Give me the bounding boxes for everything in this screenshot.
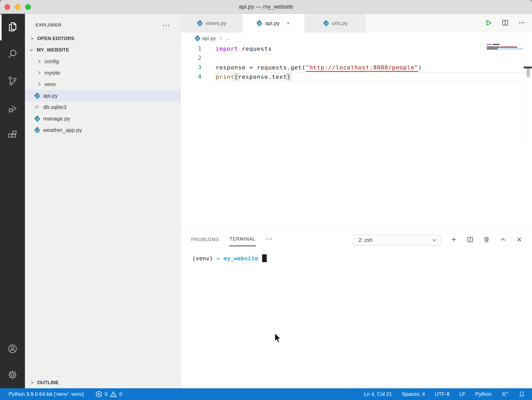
breadcrumb[interactable]: api.py … — [181, 33, 532, 44]
code-line-2: 2 — [181, 53, 532, 63]
close-panel-button[interactable] — [515, 236, 523, 244]
activity-run-and-debug[interactable] — [0, 95, 25, 122]
folder-venv[interactable]: venv — [25, 79, 181, 90]
activity-bar-bottom — [0, 336, 25, 388]
search-icon — [7, 48, 18, 60]
tab-views-py[interactable]: views.py — [181, 14, 243, 33]
file-weather-app-py[interactable]: weather_app.py — [25, 124, 181, 136]
chevron-down-icon — [432, 237, 437, 243]
feedback-icon[interactable] — [501, 391, 508, 398]
new-terminal-button[interactable] — [450, 236, 458, 244]
zoom-window-button[interactable] — [25, 4, 31, 10]
breadcrumb-file[interactable]: api.py — [202, 35, 216, 41]
terminal[interactable]: (venv) → my_website — [181, 250, 532, 388]
code-line-1: 1import requests — [181, 44, 532, 53]
outline-section[interactable]: OUTLINE — [25, 376, 181, 388]
activity-explorer[interactable] — [0, 14, 25, 41]
minimize-window-button[interactable] — [15, 4, 21, 10]
account-icon — [7, 343, 18, 355]
minimap-line — [500, 47, 517, 48]
status-right-items: Ln 4, Col 21Spaces: 4UTF-8LFPython — [364, 391, 491, 397]
outline-label: OUTLINE — [37, 380, 59, 385]
error-count: 0 — [105, 391, 108, 397]
activity-manage[interactable] — [0, 362, 25, 388]
close-window-button[interactable] — [4, 4, 10, 10]
code-text: print(response.text) — [216, 74, 291, 80]
line-number: 4 — [181, 74, 201, 80]
panel-more-actions-icon[interactable]: ⋯ — [265, 238, 273, 240]
open-editors-section[interactable]: OPEN EDITORS — [25, 33, 181, 44]
code-token: ) — [418, 64, 422, 71]
sidebar-empty-space — [25, 136, 181, 376]
chevron-right-icon — [36, 82, 43, 87]
indentation-status[interactable]: Spaces: 4 — [402, 391, 425, 397]
chevron-right-icon — [218, 35, 222, 41]
code-editor[interactable]: 1import requests23response = requests.ge… — [181, 44, 532, 230]
editor-tabs: views.pyapi.pyurls.py — [181, 14, 366, 33]
file-api-py[interactable]: api.py — [25, 90, 181, 101]
minimap-line — [487, 44, 491, 45]
python-file-icon — [34, 93, 41, 99]
editor-scrollbar[interactable] — [527, 68, 530, 77]
problems-status[interactable]: 0 0 — [95, 391, 122, 398]
trash-icon — [483, 236, 490, 244]
tab-api-py[interactable]: api.py — [243, 14, 304, 33]
encoding-status[interactable]: UTF-8 — [435, 391, 450, 397]
code-token: ( — [234, 74, 238, 80]
file-tree: configmysitevenvapi.pydb.sqlite3manage.p… — [25, 56, 181, 136]
tree-item-label: config — [44, 58, 59, 64]
split-terminal-button[interactable] — [466, 236, 474, 244]
terminal-shell-selector[interactable]: 2: zsh — [353, 235, 441, 246]
terminal-shell-value: 2: zsh — [358, 237, 372, 243]
activity-bar-items — [0, 14, 25, 149]
code-token: print — [216, 74, 234, 80]
panel-header: PROBLEMSTERMINAL ⋯ 2: zsh — [181, 230, 532, 250]
panel-tab-problems[interactable]: PROBLEMS — [191, 234, 220, 246]
file-db-sqlite3[interactable]: db.sqlite3 — [25, 101, 181, 113]
split-editor-button[interactable] — [501, 19, 509, 28]
tab-label: urls.py — [332, 20, 348, 26]
file-manage-py[interactable]: manage.py — [25, 113, 181, 124]
editor-area: views.pyapi.pyurls.py api.py … 1import r… — [181, 14, 532, 388]
language-mode-status[interactable]: Python — [475, 391, 491, 397]
line-number: 2 — [181, 55, 201, 61]
panel-tab-terminal[interactable]: TERMINAL — [229, 234, 256, 246]
activity-extensions[interactable] — [0, 122, 25, 149]
close-tab-icon[interactable] — [286, 21, 291, 26]
breadcrumb-symbol[interactable]: … — [225, 35, 230, 41]
maximize-panel-button[interactable] — [499, 236, 507, 244]
minimap[interactable] — [487, 44, 523, 67]
line-number: 1 — [181, 46, 201, 52]
files-icon — [7, 21, 18, 33]
tab-urls-py[interactable]: urls.py — [304, 14, 366, 33]
chevron-right-icon — [36, 59, 43, 64]
folder-mysite[interactable]: mysite — [25, 67, 181, 79]
folder-config[interactable]: config — [25, 56, 181, 67]
code-token: = — [249, 64, 257, 71]
notifications-bell-icon[interactable] — [518, 391, 525, 398]
more-actions-button[interactable] — [518, 19, 526, 28]
cursor-position-status[interactable]: Ln 4, Col 21 — [364, 391, 392, 397]
activity-source-control[interactable] — [0, 68, 25, 95]
bottom-panel: PROBLEMSTERMINAL ⋯ 2: zsh (venv) → — [181, 230, 532, 388]
run-python-file-button[interactable] — [484, 19, 493, 28]
eol-status[interactable]: LF — [459, 391, 465, 397]
explorer-more-actions-icon[interactable]: ⋯ — [162, 24, 171, 27]
python-interpreter-status[interactable]: Python 3.9.0 64-bit ('venv': venv) — [9, 391, 84, 397]
python-file-icon — [34, 127, 41, 133]
root-folder-label: MY_WEBSITE — [37, 47, 69, 53]
status-bar-left: Python 3.9.0 64-bit ('venv': venv) 0 0 — [9, 391, 122, 398]
status-bar: Python 3.9.0 64-bit ('venv': venv) 0 0 L… — [0, 388, 532, 400]
kill-terminal-button[interactable] — [483, 236, 490, 244]
tab-label: api.py — [265, 20, 280, 26]
activity-search[interactable] — [0, 41, 25, 68]
database-file-icon — [34, 104, 41, 111]
activity-bar — [0, 14, 25, 388]
activity-accounts[interactable] — [0, 336, 25, 362]
editor-tab-bar: views.pyapi.pyurls.py — [181, 14, 532, 33]
line-number: 3 — [181, 64, 201, 70]
code-line-3: 3response = requests.get("http://localho… — [181, 63, 532, 72]
sidebar-header: EXPLORER ⋯ — [25, 14, 181, 33]
terminal-venv-prefix: (venv) — [192, 255, 213, 262]
root-folder-my-website[interactable]: MY_WEBSITE — [25, 44, 181, 56]
